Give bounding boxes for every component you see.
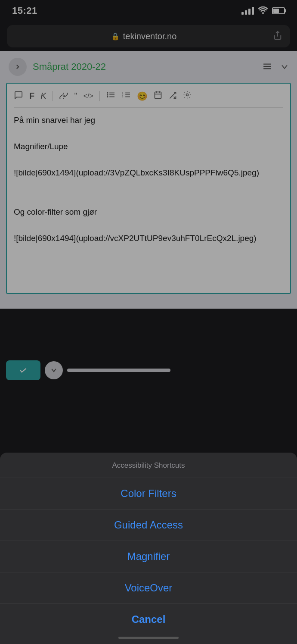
- color-filters-option[interactable]: Color Filters: [0, 478, 297, 509]
- cancel-label: Cancel: [132, 613, 166, 625]
- accessibility-shortcuts-sheet: Accessibility Shortcuts Color Filters Gu…: [0, 453, 297, 644]
- guided-access-label: Guided Access: [114, 519, 183, 531]
- sheet-title: Accessibility Shortcuts: [0, 453, 297, 478]
- voiceover-label: VoiceOver: [125, 582, 173, 594]
- sheet-container: Accessibility Shortcuts Color Filters Gu…: [0, 453, 297, 644]
- guided-access-option[interactable]: Guided Access: [0, 510, 297, 541]
- home-indicator-area: [0, 635, 297, 644]
- magnifier-option[interactable]: Magnifier: [0, 541, 297, 572]
- cancel-button[interactable]: Cancel: [0, 604, 297, 635]
- color-filters-label: Color Filters: [121, 488, 176, 499]
- magnifier-label: Magnifier: [127, 550, 170, 562]
- voiceover-option[interactable]: VoiceOver: [0, 572, 297, 603]
- home-indicator: [118, 637, 179, 639]
